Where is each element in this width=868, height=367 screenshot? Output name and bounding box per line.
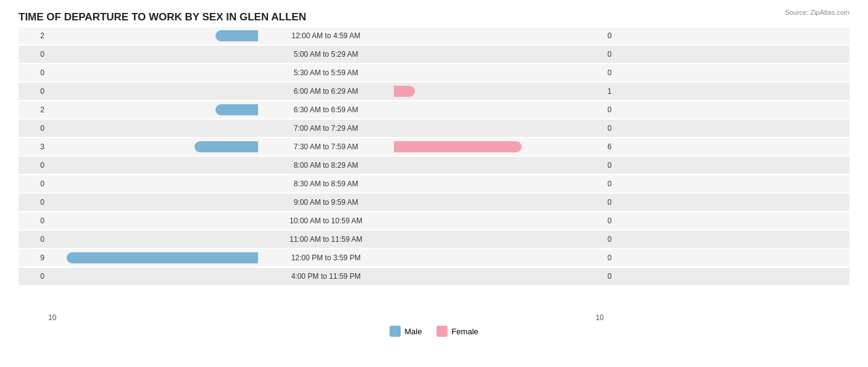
time-label: 6:30 AM to 6:59 AM xyxy=(258,105,394,114)
female-value: 0 xyxy=(604,124,633,133)
left-bar-area xyxy=(48,123,258,134)
male-value: 0 xyxy=(19,50,48,59)
time-label: 12:00 PM to 3:59 PM xyxy=(258,254,394,262)
time-label: 10:00 AM to 10:59 AM xyxy=(258,216,394,225)
time-label: 7:30 AM to 7:59 AM xyxy=(258,142,394,151)
left-bar-area xyxy=(48,160,258,171)
bar-row: 0 5:30 AM to 5:59 AM 0 xyxy=(19,64,849,81)
female-value: 0 xyxy=(604,105,633,114)
female-bar xyxy=(394,86,415,97)
axis-right-label: 10 xyxy=(596,313,604,322)
left-bar-area xyxy=(48,141,258,152)
right-bar-area xyxy=(394,160,604,171)
left-bar-area xyxy=(48,234,258,245)
left-bar-area xyxy=(48,67,258,78)
right-bar-area xyxy=(394,178,604,189)
bar-row: 0 7:00 AM to 7:29 AM 0 xyxy=(19,120,849,137)
bar-row: 0 5:00 AM to 5:29 AM 0 xyxy=(19,46,849,63)
female-color-box xyxy=(436,326,448,337)
male-bar xyxy=(67,252,258,263)
male-bar xyxy=(215,30,258,41)
time-label: 7:00 AM to 7:29 AM xyxy=(258,124,394,133)
male-label: Male xyxy=(404,327,422,336)
female-label: Female xyxy=(451,327,478,336)
male-bar xyxy=(194,141,258,152)
left-bar-area xyxy=(48,252,258,263)
male-value: 0 xyxy=(19,68,48,77)
bar-row: 3 7:30 AM to 7:59 AM 6 xyxy=(19,138,849,155)
time-label: 9:00 AM to 9:59 AM xyxy=(258,198,394,207)
male-value: 3 xyxy=(19,142,48,151)
left-bar-area xyxy=(48,49,258,60)
right-bar-area xyxy=(394,86,604,97)
axis-left-label: 10 xyxy=(48,313,56,322)
bar-row: 0 8:30 AM to 8:59 AM 0 xyxy=(19,175,849,192)
female-value: 0 xyxy=(604,235,633,244)
chart-title: TIME OF DEPARTURE TO WORK BY SEX IN GLEN… xyxy=(19,11,849,23)
right-bar-area xyxy=(394,141,604,152)
bar-row: 0 4:00 PM to 11:59 PM 0 xyxy=(19,268,849,285)
male-value: 0 xyxy=(19,124,48,133)
bar-row: 9 12:00 PM to 3:59 PM 0 xyxy=(19,249,849,266)
male-value: 9 xyxy=(19,254,48,262)
male-value: 0 xyxy=(19,198,48,207)
bar-row: 0 11:00 AM to 11:59 AM 0 xyxy=(19,231,849,248)
left-bar-area xyxy=(48,271,258,282)
female-bar xyxy=(394,141,522,152)
female-value: 1 xyxy=(604,87,633,96)
male-value: 2 xyxy=(19,31,48,40)
right-bar-area xyxy=(394,252,604,263)
female-value: 0 xyxy=(604,161,633,170)
bar-row: 2 6:30 AM to 6:59 AM 0 xyxy=(19,101,849,118)
left-bar-area xyxy=(48,197,258,208)
time-label: 5:00 AM to 5:29 AM xyxy=(258,50,394,59)
left-bar-area xyxy=(48,215,258,226)
source-text: Source: ZipAtlas.com xyxy=(785,9,849,16)
bar-row: 0 9:00 AM to 9:59 AM 0 xyxy=(19,194,849,211)
time-label: 5:30 AM to 5:59 AM xyxy=(258,68,394,77)
left-bar-area xyxy=(48,30,258,41)
legend-female: Female xyxy=(436,326,478,337)
female-value: 0 xyxy=(604,272,633,281)
chart-area: 2 12:00 AM to 4:59 AM 0 0 5:00 AM to 5:2… xyxy=(19,27,849,311)
female-value: 0 xyxy=(604,216,633,225)
female-value: 0 xyxy=(604,254,633,262)
female-value: 0 xyxy=(604,68,633,77)
bar-row: 0 10:00 AM to 10:59 AM 0 xyxy=(19,212,849,229)
female-value: 0 xyxy=(604,198,633,207)
time-label: 8:00 AM to 8:29 AM xyxy=(258,161,394,170)
male-value: 0 xyxy=(19,87,48,96)
legend: Male Female xyxy=(19,326,849,337)
left-bar-area xyxy=(48,178,258,189)
axis-left: 10 xyxy=(48,313,258,322)
right-bar-area xyxy=(394,123,604,134)
right-bar-area xyxy=(394,215,604,226)
time-label: 8:30 AM to 8:59 AM xyxy=(258,179,394,188)
female-value: 0 xyxy=(604,179,633,188)
right-bar-area xyxy=(394,271,604,282)
right-bar-area xyxy=(394,67,604,78)
right-bar-area xyxy=(394,234,604,245)
time-label: 12:00 AM to 4:59 AM xyxy=(258,31,394,40)
male-color-box xyxy=(390,326,401,337)
bar-row: 0 6:00 AM to 6:29 AM 1 xyxy=(19,83,849,100)
male-value: 0 xyxy=(19,179,48,188)
time-label: 6:00 AM to 6:29 AM xyxy=(258,87,394,96)
female-value: 6 xyxy=(604,142,633,151)
right-bar-area xyxy=(394,49,604,60)
right-bar-area xyxy=(394,30,604,41)
male-value: 2 xyxy=(19,105,48,114)
male-value: 0 xyxy=(19,161,48,170)
bar-row: 2 12:00 AM to 4:59 AM 0 xyxy=(19,27,849,44)
male-value: 0 xyxy=(19,235,48,244)
axis-right: 10 xyxy=(394,313,604,322)
female-value: 0 xyxy=(604,31,633,40)
left-bar-area xyxy=(48,86,258,97)
time-label: 4:00 PM to 11:59 PM xyxy=(258,272,394,281)
right-bar-area xyxy=(394,104,604,115)
left-bar-area xyxy=(48,104,258,115)
legend-male: Male xyxy=(390,326,422,337)
female-value: 0 xyxy=(604,50,633,59)
chart-container: TIME OF DEPARTURE TO WORK BY SEX IN GLEN… xyxy=(0,0,868,367)
axis-row: 10 10 xyxy=(19,313,849,322)
